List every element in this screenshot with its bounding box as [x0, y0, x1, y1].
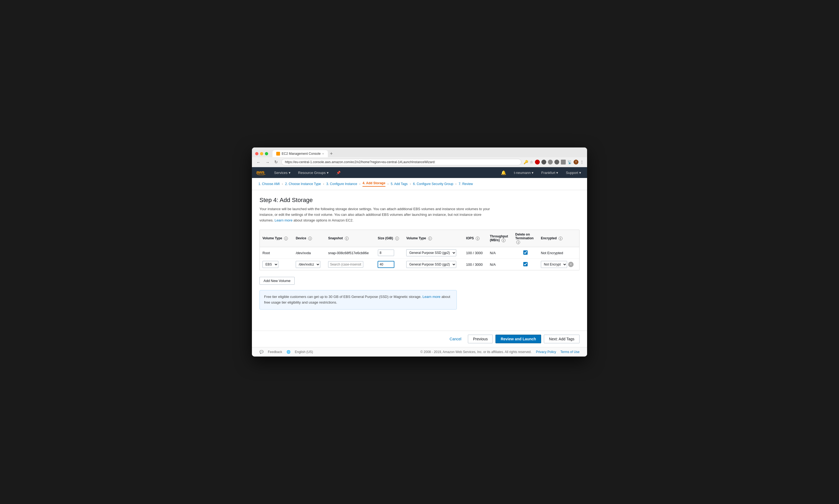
feedback-label[interactable]: Feedback — [268, 350, 282, 354]
row1-volume-type-select[interactable]: General Purpose SSD (gp2) — [406, 249, 456, 256]
active-tab[interactable]: EC2 Management Console × — [273, 150, 328, 157]
add-new-volume-button[interactable]: Add New Volume — [260, 277, 295, 285]
snapshot-info-icon[interactable]: i — [345, 237, 349, 240]
delete-info-icon[interactable]: i — [516, 240, 520, 244]
privacy-policy-link[interactable]: Privacy Policy — [536, 350, 556, 354]
step-5[interactable]: 5. Add Tags — [391, 182, 408, 186]
user-chevron-icon: ▾ — [532, 171, 534, 175]
language-label[interactable]: English (US) — [295, 350, 313, 354]
encrypted-info-icon[interactable]: i — [559, 237, 562, 240]
region-nav-item[interactable]: Frankfurt ▾ — [540, 167, 560, 178]
cast-icon: 📡 — [567, 160, 572, 164]
resource-groups-nav-item[interactable]: Resource Groups ▾ — [297, 167, 330, 178]
row1-throughput: N/A — [487, 247, 512, 259]
col-device: Device i — [293, 230, 326, 247]
page-description: Your instance will be launched with the … — [260, 206, 492, 223]
browser-window: EC2 Management Console × + ← → ↻ 🔑 ☆ 📡 T… — [252, 147, 587, 357]
main-content: Step 4: Add Storage Your instance will b… — [252, 190, 587, 330]
url-input[interactable] — [281, 159, 521, 165]
row1-size — [375, 247, 404, 259]
region-chevron-icon: ▾ — [556, 171, 558, 175]
extension-icon-5 — [561, 160, 566, 164]
maximize-button[interactable] — [265, 152, 268, 155]
col-iops: IOPS i — [463, 230, 487, 247]
free-tier-notice: Free tier eligible customers can get up … — [260, 290, 457, 309]
col-throughput: Throughput(MB/s) i — [487, 230, 512, 247]
globe-icon: 🌐 — [286, 350, 291, 354]
col-encrypted: Encrypted i — [538, 230, 579, 247]
step-3[interactable]: 3. Configure Instance — [326, 182, 357, 186]
row2-delete-on-term — [512, 259, 538, 270]
row2-delete-checkbox[interactable] — [523, 262, 528, 266]
aws-logo: aws — [256, 169, 266, 176]
aws-logo-svg: aws — [256, 169, 266, 175]
row1-size-input[interactable] — [378, 250, 394, 256]
toolbar-icons: 🔑 ☆ 📡 T ⋮ — [524, 160, 584, 164]
row1-vol-type: Root — [260, 247, 293, 259]
tab-bar: EC2 Management Console × + — [273, 150, 584, 157]
user-avatar[interactable]: T — [574, 160, 578, 164]
step-6[interactable]: 6. Configure Security Group — [413, 182, 453, 186]
star-icon[interactable]: ☆ — [530, 160, 533, 164]
page-title: Step 4: Add Storage — [260, 197, 579, 204]
traffic-lights — [255, 152, 268, 155]
table-row: Root /dev/xvda snap-008c68f517e6cb86e Ge… — [260, 247, 579, 259]
bottom-action-bar: Cancel Previous Review and Launch Next: … — [252, 330, 587, 347]
extension-icon-2 — [541, 160, 546, 164]
menu-icon[interactable]: ⋮ — [580, 160, 584, 164]
feedback-icon: 💬 — [260, 350, 264, 354]
support-nav-item[interactable]: Support ▾ — [564, 167, 583, 178]
row2-volume-type-select[interactable]: General Purpose SSD (gp2) — [406, 261, 456, 268]
step-1[interactable]: 1. Choose AMI — [258, 182, 280, 186]
col-snapshot: Snapshot i — [326, 230, 375, 247]
volume-type-info-icon[interactable]: i — [284, 237, 288, 240]
row1-iops: 100 / 3000 — [463, 247, 487, 259]
services-chevron-icon: ▾ — [289, 171, 291, 175]
step-7[interactable]: 7. Review — [459, 182, 473, 186]
row1-volume-type: General Purpose SSD (gp2) — [404, 247, 463, 259]
row2-snapshot-input[interactable] — [328, 261, 363, 268]
tab-close-icon[interactable]: × — [322, 152, 324, 155]
new-tab-button[interactable]: + — [328, 151, 335, 156]
extension-icon-1 — [535, 160, 540, 164]
row2-remove-button[interactable]: × — [568, 262, 574, 267]
terms-of-use-link[interactable]: Terms of Use — [560, 350, 579, 354]
next-add-tags-button[interactable]: Next: Add Tags — [544, 335, 579, 343]
forward-button[interactable]: → — [264, 159, 271, 165]
iops-info-icon[interactable]: i — [476, 237, 479, 240]
row2-vol-type-select[interactable]: EBS — [262, 261, 278, 268]
throughput-info-icon[interactable]: i — [502, 238, 505, 242]
row1-encrypted: Not Encrypted — [538, 247, 579, 259]
learn-more-link[interactable]: Learn more — [275, 218, 293, 222]
cancel-button[interactable]: Cancel — [446, 335, 465, 343]
services-nav-item[interactable]: Services ▾ — [273, 167, 292, 178]
row2-size-input[interactable] — [378, 261, 394, 268]
size-info-icon[interactable]: i — [395, 237, 399, 240]
bell-icon[interactable]: 🔔 — [499, 167, 508, 178]
row2-vol-type: EBS — [260, 259, 293, 270]
row2-throughput: N/A — [487, 259, 512, 270]
step-2[interactable]: 2. Choose Instance Type — [285, 182, 321, 186]
user-nav-item[interactable]: t-neumann ▾ — [512, 167, 535, 178]
step-4[interactable]: 4. Add Storage — [363, 181, 385, 187]
wizard-steps: 1. Choose AMI › 2. Choose Instance Type … — [252, 178, 587, 190]
key-icon: 🔑 — [524, 160, 528, 164]
row2-encrypted: Not Encrypt Encrypted × — [538, 259, 579, 270]
previous-button[interactable]: Previous — [468, 335, 493, 343]
svg-text:aws: aws — [256, 169, 264, 175]
aws-navigation: aws Services ▾ Resource Groups ▾ 📌 🔔 t-n… — [252, 167, 587, 178]
minimize-button[interactable] — [260, 152, 263, 155]
review-launch-button[interactable]: Review and Launch — [495, 335, 541, 343]
support-chevron-icon: ▾ — [579, 171, 581, 175]
row1-delete-checkbox[interactable] — [523, 250, 528, 255]
refresh-button[interactable]: ↻ — [273, 159, 279, 165]
close-button[interactable] — [255, 152, 258, 155]
free-tier-learn-more-link[interactable]: Learn more — [422, 295, 440, 299]
device-info-icon[interactable]: i — [308, 237, 312, 240]
row2-encrypt-select[interactable]: Not Encrypt Encrypted — [541, 261, 567, 268]
row2-device-select[interactable]: /dev/xvdcz — [296, 261, 320, 268]
volume-type2-info-icon[interactable]: i — [428, 237, 432, 240]
tab-label: EC2 Management Console — [282, 152, 320, 156]
pin-nav-item[interactable]: 📌 — [335, 167, 342, 178]
back-button[interactable]: ← — [255, 159, 262, 165]
